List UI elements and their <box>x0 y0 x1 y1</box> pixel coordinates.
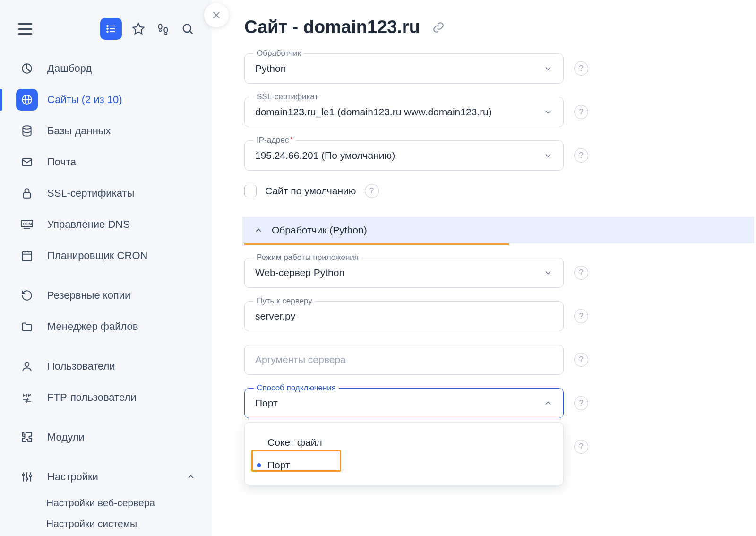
sidebar-sub-webserver[interactable]: Настройки веб-сервера <box>0 493 210 513</box>
chevron-up-icon <box>254 225 263 235</box>
sidebar-item-label: Почта <box>47 156 76 168</box>
handler-label: Обработчик <box>254 49 304 58</box>
chevron-down-icon <box>543 151 553 160</box>
favorites-button[interactable] <box>130 21 146 37</box>
sidebar-item-label: SSL-сертификаты <box>47 187 134 199</box>
svg-text:.COM: .COM <box>22 222 32 226</box>
svg-point-3 <box>107 26 108 26</box>
external-link-icon[interactable] <box>432 21 445 34</box>
svg-point-9 <box>183 25 191 32</box>
help-ip[interactable]: ? <box>574 148 588 163</box>
ftp-icon: FTP <box>16 387 38 408</box>
handler-accordion-toggle[interactable]: Обработчик (Python) <box>242 217 754 243</box>
svg-point-4 <box>107 28 108 29</box>
sidebar-sub-system[interactable]: Настройки системы <box>0 513 210 534</box>
page-title: Сайт - domain123.ru <box>244 17 756 37</box>
svg-rect-17 <box>23 193 30 198</box>
sidebar-item-label: Резервные копии <box>47 289 130 302</box>
sidebar-item-users[interactable]: Пользователи <box>0 351 210 382</box>
help-handler[interactable]: ? <box>574 61 588 76</box>
sidebar-item-sites[interactable]: Сайты (2 из 10) <box>0 84 210 115</box>
puzzle-icon <box>16 426 38 448</box>
sidebar-item-dashboard[interactable]: Дашборд <box>0 53 210 84</box>
user-icon <box>16 355 38 377</box>
dropdown-option-socket[interactable]: Сокет файл <box>245 431 563 454</box>
svg-line-10 <box>190 31 192 34</box>
sidebar-item-label: Управление DNS <box>47 218 130 231</box>
help-app-mode[interactable]: ? <box>574 266 588 280</box>
svg-point-15 <box>23 126 31 129</box>
sidebar-item-mail[interactable]: Почта <box>0 147 210 178</box>
folder-icon <box>16 316 38 337</box>
svg-point-5 <box>107 31 108 32</box>
mail-icon <box>16 151 38 173</box>
refresh-icon <box>16 285 38 306</box>
pie-chart-icon <box>16 58 38 79</box>
chevron-up-icon <box>186 472 196 482</box>
help-hidden-row[interactable]: ? <box>574 440 588 454</box>
sidebar-item-label: Настройки <box>47 471 98 483</box>
svg-point-40 <box>29 475 31 477</box>
sidebar-item-label: FTP-пользователи <box>47 391 137 404</box>
dns-icon: .COM <box>16 214 38 235</box>
chevron-down-icon <box>543 64 553 73</box>
database-icon <box>16 120 38 142</box>
conn-method-label: Способ подключения <box>254 383 339 393</box>
conn-method-dropdown: Сокет файл Порт <box>244 422 564 485</box>
sidebar-item-label: Базы данных <box>47 125 111 137</box>
help-server-args[interactable]: ? <box>574 353 588 367</box>
svg-point-38 <box>26 478 28 480</box>
sidebar-item-settings[interactable]: Настройки <box>0 461 210 493</box>
sidebar-item-label: Дашборд <box>47 62 92 75</box>
view-list-button[interactable] <box>100 18 122 40</box>
sidebar-item-modules[interactable]: Модули <box>0 422 210 453</box>
sliders-icon <box>16 466 38 488</box>
sidebar-item-ftp[interactable]: FTP FTP-пользователи <box>0 382 210 413</box>
help-conn-method[interactable]: ? <box>574 396 588 410</box>
sidebar-item-label: Сайты (2 из 10) <box>47 94 122 106</box>
dropdown-option-port[interactable]: Порт <box>245 454 563 476</box>
ip-label: IP-адрес <box>254 136 296 145</box>
chevron-up-icon <box>543 398 553 408</box>
calendar-icon <box>16 245 38 267</box>
help-ssl[interactable]: ? <box>574 105 588 119</box>
default-site-label: Сайт по умолчанию <box>265 185 356 197</box>
sidebar-item-label: Планировщик CRON <box>47 250 147 262</box>
default-site-checkbox[interactable] <box>244 185 257 197</box>
svg-rect-21 <box>22 251 32 261</box>
highlight-underline <box>244 243 509 245</box>
sidebar-item-ssl[interactable]: SSL-сертификаты <box>0 178 210 209</box>
search-button[interactable] <box>180 21 196 37</box>
sidebar-sub-software[interactable]: Конфигурация ПО <box>0 534 210 536</box>
svg-point-31 <box>25 362 29 366</box>
sidebar-item-label: Менеджер файлов <box>47 320 138 333</box>
chevron-down-icon <box>543 107 553 117</box>
help-server-path[interactable]: ? <box>574 309 588 323</box>
svg-point-36 <box>22 474 24 476</box>
sidebar-item-label: Пользователи <box>47 360 115 372</box>
menu-toggle[interactable] <box>18 23 32 35</box>
sidebar-item-label: Модули <box>47 431 85 443</box>
server-args-input[interactable] <box>244 345 564 375</box>
sidebar-item-cron[interactable]: Планировщик CRON <box>0 240 210 271</box>
sidebar-item-files[interactable]: Менеджер файлов <box>0 311 210 342</box>
chevron-down-icon <box>543 268 553 277</box>
ssl-label: SSL-сертификат <box>254 92 321 102</box>
svg-point-7 <box>159 24 162 29</box>
sidebar-item-databases[interactable]: Базы данных <box>0 115 210 147</box>
help-default-site[interactable]: ? <box>365 184 379 198</box>
svg-point-8 <box>164 27 167 33</box>
footprints-button[interactable] <box>155 21 171 37</box>
close-panel-button[interactable] <box>204 3 229 27</box>
sidebar-item-dns[interactable]: .COM Управление DNS <box>0 209 210 240</box>
globe-icon <box>16 89 38 111</box>
svg-text:FTP: FTP <box>23 393 31 398</box>
svg-marker-6 <box>133 23 144 34</box>
lock-icon <box>16 182 38 204</box>
sidebar-item-backups[interactable]: Резервные копии <box>0 280 210 311</box>
app-mode-label: Режим работы приложения <box>254 253 361 262</box>
server-path-label: Путь к серверу <box>254 296 315 306</box>
